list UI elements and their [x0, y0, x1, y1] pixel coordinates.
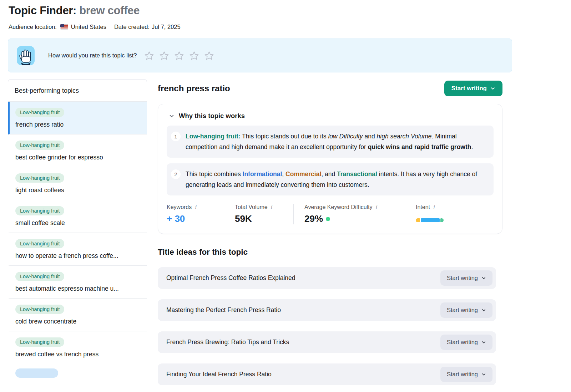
topic-title: french press ratio [15, 121, 141, 128]
title-ideas-heading: Title ideas for this topic [158, 248, 502, 257]
intent-bar [416, 218, 444, 222]
topic-finder-page: Topic Finder:brew coffee Audience locati… [0, 0, 571, 392]
audience-location-label: Audience location: [9, 24, 57, 30]
star-rating [144, 51, 214, 61]
rating-question: How would you rate this topic list? [48, 52, 137, 59]
sidebar-item-best-coffee-grinder[interactable]: Low-hanging fruit best coffee grinder fo… [8, 134, 147, 167]
title-idea-card: Optimal French Press Coffee Ratios Expla… [158, 267, 496, 289]
transactional-intent-label: Transactional [337, 170, 377, 178]
star-icon[interactable] [174, 51, 184, 61]
metric-intent: Intent i [405, 204, 451, 224]
point-text-segment: and [363, 133, 377, 140]
why-point-1: 1 Low-hanging fruit: This topic stands o… [167, 126, 494, 158]
date-created-label: Date created: [114, 24, 150, 30]
low-hanging-fruit-badge: Low-hanging fruit [15, 108, 64, 117]
star-icon[interactable] [204, 51, 214, 61]
page-title-query: brew coffee [79, 4, 140, 17]
title-idea-card: Mastering the Perfect French Press Ratio… [158, 299, 496, 321]
date-created-value: Jul 7, 2025 [152, 24, 181, 30]
sidebar-item-french-press-ratio[interactable]: Low-hanging fruit french press ratio [8, 102, 147, 134]
topic-title: brewed coffee vs french press [15, 351, 141, 358]
metrics-row: Keywords i + 30 Total Volume i 59K [167, 204, 494, 224]
topic-title: best automatic espresso machine u... [15, 285, 141, 292]
page-title: Topic Finder:brew coffee [9, 4, 562, 17]
info-icon[interactable]: i [433, 204, 435, 210]
point-text-strong: quick wins and rapid traffic growth [368, 143, 471, 151]
difficulty-label: Average Keyword Difficulty [304, 204, 373, 210]
topic-title: best coffee grinder for espresso [15, 154, 141, 161]
metric-keywords: Keywords i + 30 [167, 204, 224, 224]
main-panel: french press ratio Start writing Why thi… [158, 79, 502, 385]
metric-keyword-difficulty: Average Keyword Difficulty i 29% [293, 204, 405, 224]
title-idea-text: Finding Your Ideal French Press Ratio [166, 371, 272, 378]
keywords-value: + 30 [167, 213, 217, 224]
start-writing-label: Start writing [447, 275, 478, 281]
info-icon[interactable]: i [271, 204, 272, 210]
topic-header: french press ratio Start writing [158, 79, 502, 98]
star-icon[interactable] [144, 51, 154, 61]
chevron-down-icon [481, 276, 486, 280]
chevron-down-icon [481, 372, 486, 377]
low-hanging-fruit-badge: Low-hanging fruit [15, 141, 64, 150]
why-point-2: 2 This topic combines Informational, Com… [167, 163, 494, 195]
page-title-prefix: Topic Finder: [9, 4, 76, 17]
sidebar-item-best-automatic-espresso-machine[interactable]: Low-hanging fruit best automatic espress… [8, 266, 147, 299]
sidebar-item-light-roast-coffees[interactable]: Low-hanging fruit light roast coffees [8, 167, 147, 200]
point-text-emphasis: high search Volume [377, 133, 432, 140]
start-writing-button[interactable]: Start writing [440, 302, 492, 318]
point-number: 2 [171, 169, 181, 179]
total-volume-label: Total Volume [235, 204, 268, 210]
intent-label: Intent [416, 204, 430, 210]
intent-segment-informational [421, 218, 440, 222]
point-text-segment: . [471, 143, 473, 151]
sidebar-title: Best-performing topics [8, 80, 147, 102]
star-icon[interactable] [159, 51, 169, 61]
start-writing-button[interactable]: Start writing [440, 270, 492, 286]
start-writing-button[interactable]: Start writing [440, 335, 492, 350]
header: Topic Finder:brew coffee Audience locati… [0, 0, 571, 30]
low-hanging-fruit-badge: Low-hanging fruit [15, 305, 64, 314]
start-writing-label: Start writing [451, 85, 487, 92]
info-icon[interactable]: i [194, 204, 196, 210]
sidebar-item-cold-brew-concentrate[interactable]: Low-hanging fruit cold brew concentrate [8, 299, 147, 331]
us-flag-icon [60, 24, 68, 30]
topic-title: light roast coffees [15, 187, 141, 194]
star-icon[interactable] [189, 51, 199, 61]
topic-badge [15, 368, 58, 378]
hand-icon-graphic [18, 48, 34, 65]
point-text: Low-hanging fruit: This topic stands out… [186, 131, 486, 152]
low-hanging-fruit-badge: Low-hanging fruit [15, 239, 64, 248]
low-hanging-fruit-lead: Low-hanging fruit: [186, 133, 241, 140]
start-writing-button[interactable]: Start writing [444, 81, 502, 96]
title-idea-text: Optimal French Press Coffee Ratios Expla… [166, 274, 295, 282]
sidebar-item-how-to-operate-french-press[interactable]: Low-hanging fruit how to operate a frenc… [8, 233, 147, 266]
chevron-down-icon [490, 86, 495, 91]
header-meta: Audience location: United States Date cr… [9, 24, 562, 30]
topic-title: cold brew concentrate [15, 318, 141, 325]
intent-segment-transactional [440, 218, 444, 222]
date-created: Date created:Jul 7, 2025 [114, 24, 181, 30]
total-volume-value: 59K [235, 213, 286, 224]
low-hanging-fruit-badge: Low-hanging fruit [15, 206, 64, 215]
point-number: 1 [171, 132, 181, 141]
low-hanging-fruit-badge: Low-hanging fruit [15, 173, 64, 183]
topic-title: how to operate a french press coffe... [15, 252, 141, 260]
point-text: This topic combines Informational, Comme… [186, 169, 486, 190]
start-writing-button[interactable]: Start writing [440, 367, 492, 382]
chevron-down-icon [481, 308, 486, 312]
topic-title: small coffee scale [15, 219, 141, 227]
difficulty-status-dot [326, 217, 330, 221]
sidebar-item-brewed-coffee-vs-french-press[interactable]: Low-hanging fruit brewed coffee vs frenc… [8, 331, 147, 364]
metric-total-volume: Total Volume i 59K [224, 204, 293, 224]
info-icon[interactable]: i [375, 204, 377, 210]
chevron-down-icon [481, 340, 486, 345]
sidebar-item-small-coffee-scale[interactable]: Low-hanging fruit small coffee scale [8, 200, 147, 233]
collapse-chevron-icon[interactable] [169, 113, 175, 119]
intent-segment-commercial [416, 218, 420, 222]
start-writing-label: Start writing [447, 339, 478, 346]
point-text-emphasis: low Difficulty [328, 133, 363, 140]
rating-banner: How would you rate this topic list? [8, 39, 512, 72]
sidebar-item-partial[interactable] [8, 364, 147, 385]
title-idea-card: French Press Brewing: Ratio Tips and Tri… [158, 331, 496, 353]
keywords-label: Keywords [167, 204, 192, 210]
